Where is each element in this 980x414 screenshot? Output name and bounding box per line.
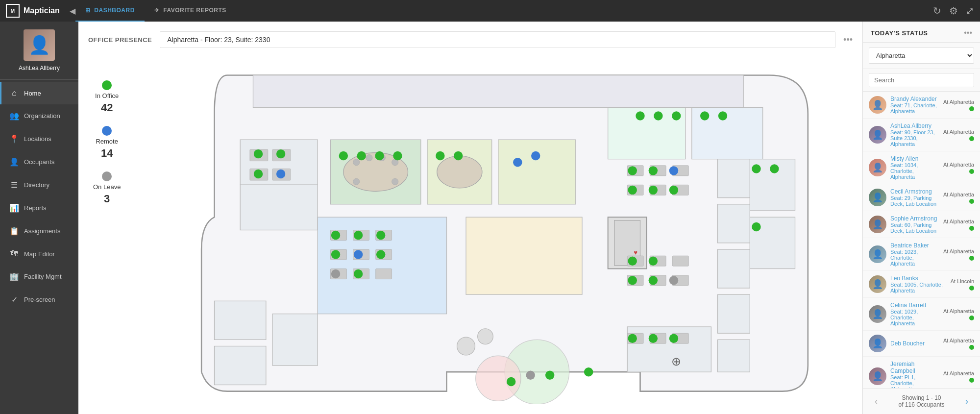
svg-point-95 (649, 186, 658, 195)
svg-point-64 (276, 149, 285, 158)
sidebar-item-label: Pre-screen (24, 296, 55, 303)
occupant-item[interactable]: 👤 Sophie Armstrong Seat: 60, Parking Dec… (863, 211, 980, 238)
sidebar-item-directory[interactable]: ☰ Directory (0, 173, 78, 196)
svg-point-108 (584, 367, 593, 376)
occupant-name: Jeremiah Campbell (890, 361, 939, 374)
occupant-item[interactable]: 👤 Cecil Armstrong Seat: 29, Parking Deck… (863, 184, 980, 211)
occupant-avatar: 👤 (869, 96, 886, 114)
svg-point-72 (276, 170, 285, 178)
map-section-title: OFFICE PRESENCE (88, 36, 152, 44)
svg-point-70 (436, 151, 444, 160)
on-leave-count: 3 (104, 193, 110, 205)
occupant-item[interactable]: 👤 Misty Allen Seat: 1034, Charlotte, Alp… (863, 151, 980, 184)
main-layout: 👤 AshLea Allberry ⌂ Home 👥 Organization … (0, 22, 980, 414)
occupant-status-dot (969, 316, 974, 320)
occupant-item[interactable]: 👤 AshLea Allberry Seat: 90, Floor 23, Su… (863, 119, 980, 151)
panel-more-button[interactable]: ••• (964, 28, 972, 37)
occupant-location-status: At Alpharetta (943, 192, 974, 204)
occupant-info: Cecil Armstrong Seat: 29, Parking Deck, … (890, 188, 939, 207)
facility-mgmt-icon: 🏢 (9, 272, 19, 281)
svg-rect-54 (672, 256, 688, 266)
remote-label: Remote (96, 138, 118, 145)
map-more-button[interactable]: ••• (843, 35, 853, 45)
sidebar-item-pre-screen[interactable]: ✓ Pre-screen (0, 288, 78, 311)
occupant-item[interactable]: 👤 Leo Banks Seat: 1005, Charlotte, Alpha… (863, 271, 980, 298)
expand-icon[interactable]: ⤢ (966, 5, 974, 17)
svg-point-68 (375, 151, 384, 160)
occupant-item[interactable]: 👤 Beatrice Baker Seat: 1023, Charlotte, … (863, 238, 980, 271)
map-header: OFFICE PRESENCE ••• (88, 31, 853, 48)
occupant-status-dot (969, 378, 974, 383)
settings-icon[interactable]: ⚙ (949, 5, 958, 17)
svg-point-69 (393, 151, 402, 160)
svg-rect-12 (718, 249, 750, 288)
svg-point-90 (354, 269, 363, 278)
svg-rect-18 (215, 301, 266, 340)
svg-point-87 (354, 250, 363, 259)
svg-point-35 (392, 178, 398, 185)
occupant-item[interactable]: 👤 Jeremiah Campbell Seat: PL1, Charlotte… (863, 357, 980, 388)
svg-point-99 (628, 276, 637, 285)
right-panel: TODAY'S STATUS ••• Alpharetta 👤 Brandy A… (862, 22, 980, 414)
collapse-button[interactable]: ◀ (70, 6, 75, 16)
svg-rect-11 (718, 204, 750, 243)
svg-point-100 (649, 276, 658, 285)
legend-on-leave: On Leave 3 (93, 171, 121, 205)
content-area: OFFICE PRESENCE ••• In Office 42 Remote … (78, 22, 980, 414)
organization-icon: 👥 (9, 111, 19, 121)
location-select[interactable]: Alpharetta (869, 48, 974, 64)
occupant-status-dot (969, 136, 974, 141)
svg-point-63 (254, 149, 263, 158)
svg-point-104 (669, 334, 678, 342)
search-input[interactable] (869, 73, 974, 87)
occupant-name: AshLea Allberry (890, 122, 939, 129)
occupant-location: At Alpharetta (943, 99, 974, 105)
svg-rect-19 (215, 346, 266, 385)
sidebar-item-home[interactable]: ⌂ Home (0, 82, 78, 104)
occupant-item[interactable]: 👤 Celina Barrett Seat: 1029, Charlotte, … (863, 298, 980, 331)
occupant-info: Sophie Armstrong Seat: 60, Parking Deck,… (890, 215, 939, 234)
occupant-list: 👤 Brandy Alexander Seat: 71, Charlotte, … (863, 92, 980, 388)
app-logo[interactable]: M Maptician (6, 4, 60, 18)
assignments-icon: 📋 (9, 226, 19, 236)
svg-point-78 (700, 111, 709, 120)
svg-point-82 (752, 222, 760, 231)
sidebar-item-occupants[interactable]: 👤 Occupants (0, 150, 78, 173)
occupant-location: At Alpharetta (943, 162, 974, 168)
panel-header: TODAY'S STATUS ••• (863, 22, 980, 43)
refresh-icon[interactable]: ↻ (933, 5, 941, 17)
legend-in-office: In Office 42 (93, 80, 121, 114)
next-page-button[interactable]: › (961, 396, 972, 407)
sidebar-item-locations[interactable]: 📍 Locations (0, 127, 78, 150)
occupant-status-dot (969, 226, 974, 231)
occupant-avatar: 👤 (869, 367, 886, 385)
floor-plan[interactable]: ⊕ ♥ (157, 56, 853, 404)
sidebar-item-map-editor[interactable]: 🗺 Map Editor (0, 243, 78, 265)
sidebar-item-label: Occupants (24, 158, 54, 166)
occupant-location: At Alpharetta (943, 370, 974, 376)
svg-point-97 (628, 256, 637, 265)
sidebar-item-facility-mgmt[interactable]: 🏢 Facility Mgmt (0, 265, 78, 288)
svg-rect-14 (718, 340, 750, 372)
occupant-avatar: 👤 (869, 159, 886, 176)
sidebar-item-assignments[interactable]: 📋 Assignments (0, 219, 78, 243)
sidebar-item-reports[interactable]: 📊 Reports (0, 196, 78, 219)
svg-point-31 (366, 154, 372, 161)
prev-page-button[interactable]: ‹ (871, 396, 882, 407)
on-leave-dot (102, 171, 112, 181)
tab-dashboard[interactable]: ⊞ DASHBOARD (75, 0, 145, 22)
occupant-info: AshLea Allberry Seat: 90, Floor 23, Suit… (890, 122, 939, 147)
svg-rect-5 (498, 140, 576, 204)
locations-icon: 📍 (9, 134, 19, 144)
occupant-location: At Alpharetta (943, 248, 974, 254)
occupant-location-status: At Alpharetta (943, 248, 974, 261)
occupant-item[interactable]: 👤 Brandy Alexander Seat: 71, Charlotte, … (863, 92, 980, 119)
home-icon: ⌂ (9, 89, 19, 97)
occupant-item[interactable]: 👤 Deb Boucher At Alpharetta (863, 331, 980, 357)
map-location-input[interactable] (160, 31, 835, 48)
svg-point-107 (545, 371, 554, 380)
svg-point-84 (354, 231, 363, 240)
svg-point-79 (718, 111, 727, 120)
sidebar-item-organization[interactable]: 👥 Organization (0, 104, 78, 127)
tab-favorite-reports[interactable]: ✈ FAVORITE REPORTS (145, 0, 236, 22)
